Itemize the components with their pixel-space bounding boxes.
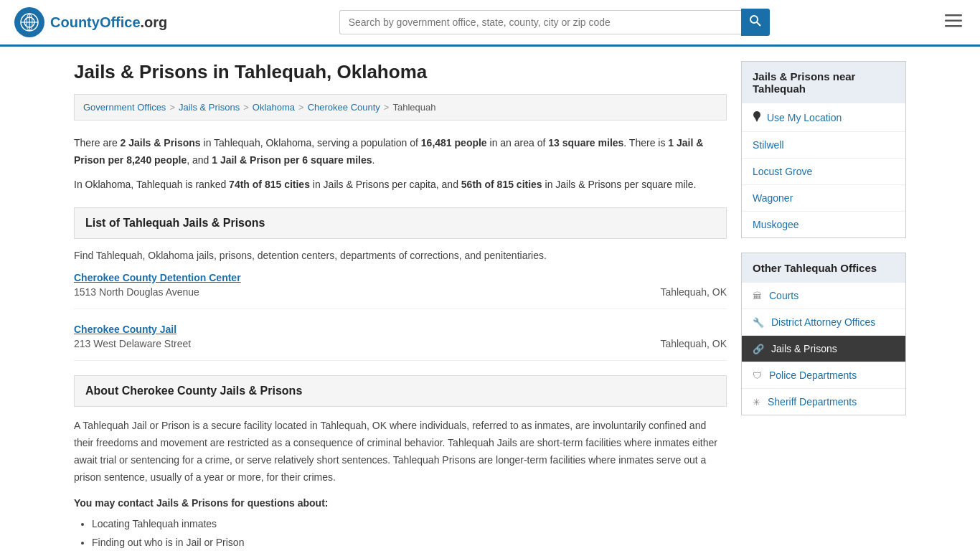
jails-link[interactable]: Jails & Prisons	[771, 343, 837, 354]
search-area	[339, 9, 770, 36]
search-input[interactable]	[339, 10, 741, 34]
logo-name: CountyOffice	[50, 14, 141, 30]
page-title: Jails & Prisons in Tahlequah, Oklahoma	[74, 61, 727, 83]
courts-icon: 🏛	[753, 291, 762, 301]
header: CountyOffice.org	[0, 0, 980, 47]
contact-item: Finding out who is in Jail or Prison	[92, 533, 727, 551]
sidebar-item-da-offices[interactable]: 🔧 District Attorney Offices	[742, 309, 905, 336]
logo-org: .org	[141, 14, 168, 30]
courts-link[interactable]: Courts	[769, 290, 798, 301]
police-link[interactable]: Police Departments	[769, 369, 857, 381]
sidebar-item-locust-grove[interactable]: Locust Grove	[742, 159, 905, 185]
sidebar-item-courts[interactable]: 🏛 Courts	[742, 283, 905, 309]
contact-title: You may contact Jails & Prisons for ques…	[74, 497, 727, 509]
jails-icon: 🔗	[753, 344, 764, 354]
facility-address-2: 213 West Delaware Street	[74, 338, 191, 349]
sidebar-offices-list: 🏛 Courts 🔧 District Attorney Offices 🔗 J…	[741, 283, 906, 415]
sidebar-item-location[interactable]: Use My Location	[742, 103, 905, 132]
sidebar-offices-section: Other Tahlequah Offices 🏛 Courts 🔧 Distr…	[741, 253, 906, 415]
sheriff-link[interactable]: Sheriff Departments	[768, 396, 857, 408]
logo-text: CountyOffice.org	[50, 14, 167, 31]
contact-list: Locating Tahlequah inmates Finding out w…	[74, 514, 727, 551]
wagoner-link[interactable]: Wagoner	[753, 192, 793, 204]
breadcrumb-oklahoma[interactable]: Oklahoma	[253, 102, 295, 113]
stilwell-link[interactable]: Stilwell	[753, 139, 784, 151]
sidebar-offices-title: Other Tahlequah Offices	[741, 253, 906, 283]
sidebar-item-jails-prisons[interactable]: 🔗 Jails & Prisons	[742, 336, 905, 362]
facility-item: Cherokee County Jail 213 West Delaware S…	[74, 324, 727, 361]
breadcrumb-current: Tahlequah	[392, 102, 435, 113]
sidebar-item-sheriff[interactable]: ✳ Sheriff Departments	[742, 389, 905, 415]
da-icon: 🔧	[753, 317, 764, 328]
facility-city-1: Tahlequah, OK	[660, 286, 727, 298]
facility-name-1[interactable]: Cherokee County Detention Center	[74, 272, 727, 283]
muskogee-link[interactable]: Muskogee	[753, 219, 799, 230]
contact-item: Locating Tahlequah inmates	[92, 514, 727, 534]
use-my-location-link[interactable]: Use My Location	[767, 112, 842, 123]
location-pin-icon	[753, 110, 761, 124]
sidebar-near-title: Jails & Prisons near Tahlequah	[741, 61, 906, 103]
svg-rect-8	[945, 20, 962, 22]
content: Jails & Prisons in Tahlequah, Oklahoma G…	[74, 61, 727, 551]
sidebar-item-police[interactable]: 🛡 Police Departments	[742, 362, 905, 389]
sidebar-near-list: Use My Location Stilwell Locust Grove Wa…	[741, 103, 906, 238]
list-section-header: List of Tahlequah Jails & Prisons	[74, 207, 727, 239]
about-section-header: About Cherokee County Jails & Prisons	[74, 375, 727, 407]
svg-rect-9	[945, 25, 962, 27]
facility-name-2[interactable]: Cherokee County Jail	[74, 324, 727, 335]
sidebar-near-section: Jails & Prisons near Tahlequah Use My Lo…	[741, 61, 906, 238]
breadcrumb-gov-offices[interactable]: Government Offices	[83, 102, 166, 113]
locust-grove-link[interactable]: Locust Grove	[753, 166, 812, 177]
sidebar-item-wagoner[interactable]: Wagoner	[742, 185, 905, 212]
da-link[interactable]: District Attorney Offices	[771, 316, 875, 328]
svg-rect-7	[945, 14, 962, 17]
svg-line-6	[757, 22, 760, 26]
police-icon: 🛡	[753, 370, 762, 381]
sidebar-item-muskogee[interactable]: Muskogee	[742, 212, 905, 237]
svg-marker-11	[754, 116, 760, 122]
breadcrumb: Government Offices > Jails & Prisons > O…	[74, 94, 727, 121]
info-text: There are 2 Jails & Prisons in Tahlequah…	[74, 135, 727, 193]
breadcrumb-cherokee[interactable]: Cherokee County	[308, 102, 380, 113]
about-text: A Tahlequah Jail or Prison is a secure f…	[74, 418, 727, 486]
svg-point-5	[750, 16, 758, 23]
sheriff-icon: ✳	[753, 397, 760, 408]
facility-list: Cherokee County Detention Center 1513 No…	[74, 272, 727, 361]
list-section-desc: Find Tahlequah, Oklahoma jails, prisons,…	[74, 250, 727, 261]
facility-city-2: Tahlequah, OK	[660, 338, 727, 349]
sidebar-item-stilwell[interactable]: Stilwell	[742, 132, 905, 159]
sidebar: Jails & Prisons near Tahlequah Use My Lo…	[741, 61, 906, 551]
main-container: Jails & Prisons in Tahlequah, Oklahoma G…	[60, 47, 920, 551]
facility-item: Cherokee County Detention Center 1513 No…	[74, 272, 727, 309]
logo-area: CountyOffice.org	[14, 7, 167, 37]
menu-button[interactable]	[941, 9, 966, 35]
search-button[interactable]	[741, 9, 770, 36]
logo-icon	[14, 7, 44, 37]
facility-address-1: 1513 North Douglas Avenue	[74, 286, 199, 298]
breadcrumb-jails[interactable]: Jails & Prisons	[179, 102, 240, 113]
